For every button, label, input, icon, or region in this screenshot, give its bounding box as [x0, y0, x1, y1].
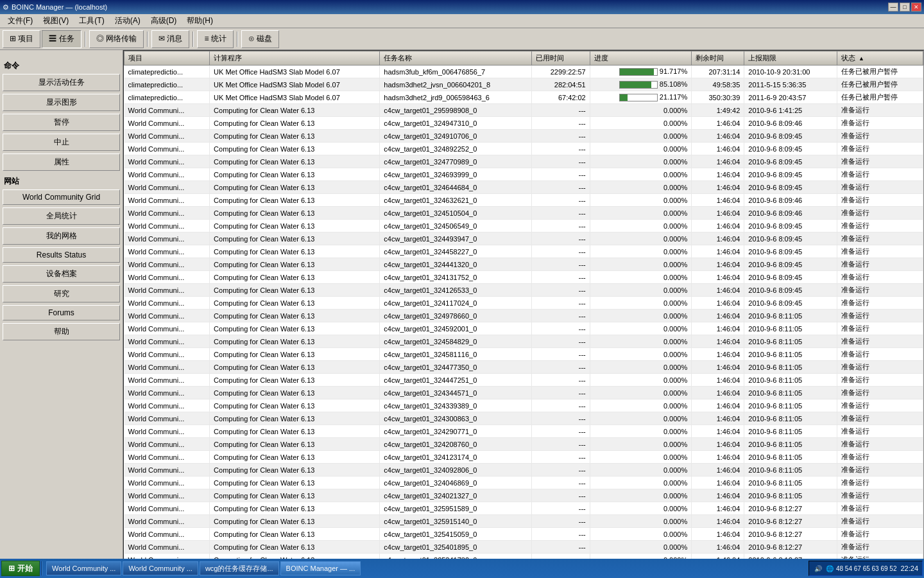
table-row[interactable]: World Communi... Computing for Clean Wat… [124, 451, 923, 464]
col-elapsed[interactable]: 已用时间 [532, 51, 590, 66]
menu-activity[interactable]: 活动(A) [110, 14, 146, 28]
cell-task: c4cw_target01_324290771_0 [380, 425, 532, 438]
table-row[interactable]: World Communi... Computing for Clean Wat… [124, 194, 923, 207]
cell-remaining: 1:46:04 [692, 515, 744, 528]
taskbar-item-1[interactable]: World Community ... [123, 561, 198, 575]
cell-task: c4cw_target01_324592001_0 [380, 322, 532, 335]
table-row[interactable]: World Communi... Computing for Clean Wat… [124, 374, 923, 387]
table-row[interactable]: World Communi... Computing for Clean Wat… [124, 412, 923, 425]
taskbar-item-0[interactable]: World Community ... [46, 561, 121, 575]
abort-button[interactable]: 中止 [3, 134, 120, 151]
cell-program: Computing for Clean Water 6.13 [210, 451, 380, 464]
minimize-button[interactable]: — [888, 3, 898, 12]
table-row[interactable]: World Communi... Computing for Clean Wat… [124, 104, 923, 117]
col-status[interactable]: 状态 ▲ [837, 51, 923, 66]
tab-tasks[interactable]: ☰ 任务 [42, 30, 81, 48]
cell-progress: 0.000% [590, 464, 691, 477]
cell-project: World Communi... [124, 284, 210, 297]
menu-tools[interactable]: 工具(T) [74, 14, 109, 28]
table-row[interactable]: World Communi... Computing for Clean Wat… [124, 271, 923, 284]
col-task[interactable]: 任务名称 [380, 51, 532, 66]
task-table-container[interactable]: 项目 计算程序 任务名称 已用时间 进度 剩余时间 上报期限 状态 ▲ clim… [123, 50, 924, 560]
tab-stats[interactable]: ≡ 统计 [197, 30, 233, 48]
tab-disk[interactable]: ⊙ 磁盘 [241, 30, 279, 48]
global-stats-button[interactable]: 全局统计 [3, 207, 120, 225]
menu-help[interactable]: 帮助(H) [182, 14, 218, 28]
table-row[interactable]: World Communi... Computing for Clean Wat… [124, 541, 923, 554]
table-row[interactable]: climatepredictio... UK Met Office HadSM3… [124, 66, 923, 78]
tab-projects[interactable]: ⊞ 项目 [3, 30, 40, 48]
show-graphics-button[interactable]: 显示图形 [3, 94, 120, 111]
col-remaining[interactable]: 剩余时间 [692, 51, 744, 66]
tab-messages[interactable]: ✉ 消息 [151, 30, 189, 48]
pause-button[interactable]: 暂停 [3, 114, 120, 131]
show-active-tasks-button[interactable]: 显示活动任务 [3, 74, 120, 91]
research-button[interactable]: 研究 [3, 285, 120, 302]
table-row[interactable]: World Communi... Computing for Clean Wat… [124, 168, 923, 181]
table-row[interactable]: World Communi... Computing for Clean Wat… [124, 515, 923, 528]
table-row[interactable]: World Communi... Computing for Clean Wat… [124, 438, 923, 451]
table-row[interactable]: World Communi... Computing for Clean Wat… [124, 464, 923, 477]
table-row[interactable]: World Communi... Computing for Clean Wat… [124, 258, 923, 271]
taskbar-item-2[interactable]: wcg的任务缓存存储... [200, 561, 279, 575]
table-row[interactable]: World Communi... Computing for Clean Wat… [124, 155, 923, 168]
cell-elapsed: --- [532, 207, 590, 220]
table-row[interactable]: World Communi... Computing for Clean Wat… [124, 130, 923, 143]
col-project[interactable]: 项目 [124, 51, 210, 66]
menu-view[interactable]: 视图(V) [38, 14, 74, 28]
table-row[interactable]: World Communi... Computing for Clean Wat… [124, 143, 923, 155]
my-grid-button[interactable]: 我的网格 [3, 227, 120, 245]
table-row[interactable]: World Communi... Computing for Clean Wat… [124, 284, 923, 297]
table-row[interactable]: World Communi... Computing for Clean Wat… [124, 117, 923, 130]
table-row[interactable]: World Communi... Computing for Clean Wat… [124, 399, 923, 412]
world-community-grid-button[interactable]: World Community Grid [3, 189, 120, 205]
table-row[interactable]: World Communi... Computing for Clean Wat… [124, 425, 923, 438]
table-row[interactable]: World Communi... Computing for Clean Wat… [124, 361, 923, 374]
results-status-button[interactable]: Results Status [3, 247, 120, 263]
table-row[interactable]: World Communi... Computing for Clean Wat… [124, 297, 923, 310]
col-progress[interactable]: 进度 [590, 51, 691, 66]
table-row[interactable]: World Communi... Computing for Clean Wat… [124, 232, 923, 245]
cell-remaining: 1:46:04 [692, 284, 744, 297]
cell-progress: 0.000% [590, 374, 691, 387]
table-row[interactable]: World Communi... Computing for Clean Wat… [124, 245, 923, 258]
table-row[interactable]: World Communi... Computing for Clean Wat… [124, 477, 923, 489]
maximize-button[interactable]: □ [900, 3, 910, 12]
cell-program: Computing for Clean Water 6.13 [210, 232, 380, 245]
table-row[interactable]: climatepredictio... UK Met Office HadSM3… [124, 91, 923, 104]
menu-advanced[interactable]: 高级(D) [146, 14, 182, 28]
tab-transfers[interactable]: ◎ 网络传输 [89, 30, 144, 48]
table-row[interactable]: World Communi... Computing for Clean Wat… [124, 502, 923, 515]
cell-remaining: 1:46:04 [692, 348, 744, 361]
title-bar-controls[interactable]: — □ ✕ [888, 3, 921, 12]
menu-bar: 文件(F) 视图(V) 工具(T) 活动(A) 高级(D) 帮助(H) [0, 14, 924, 28]
col-program[interactable]: 计算程序 [210, 51, 380, 66]
cell-remaining: 1:46:04 [692, 489, 744, 502]
cell-project: World Communi... [124, 335, 210, 348]
window-title: BOINC Manager — (localhost) [12, 3, 107, 11]
close-button[interactable]: ✕ [911, 3, 921, 12]
table-row[interactable]: World Communi... Computing for Clean Wat… [124, 335, 923, 348]
cell-deadline: 2010-9-6 8:09:45 [744, 271, 837, 284]
device-profile-button[interactable]: 设备档案 [3, 265, 120, 283]
menu-file[interactable]: 文件(F) [3, 14, 38, 28]
table-row[interactable]: World Communi... Computing for Clean Wat… [124, 387, 923, 399]
table-row[interactable]: World Communi... Computing for Clean Wat… [124, 528, 923, 541]
table-row[interactable]: World Communi... Computing for Clean Wat… [124, 310, 923, 322]
table-row[interactable]: World Communi... Computing for Clean Wat… [124, 207, 923, 220]
cell-progress: 0.000% [590, 528, 691, 541]
table-row[interactable]: World Communi... Computing for Clean Wat… [124, 220, 923, 232]
cell-deadline: 2010-9-6 8:09:46 [744, 117, 837, 130]
properties-button[interactable]: 属性 [3, 153, 120, 171]
table-row[interactable]: climatepredictio... UK Met Office HadSM3… [124, 78, 923, 91]
help-button[interactable]: 帮助 [3, 323, 120, 340]
col-deadline[interactable]: 上报期限 [744, 51, 837, 66]
forums-button[interactable]: Forums [3, 305, 120, 320]
taskbar-item-3[interactable]: BOINC Manager — ... [280, 561, 361, 575]
table-row[interactable]: World Communi... Computing for Clean Wat… [124, 348, 923, 361]
table-row[interactable]: World Communi... Computing for Clean Wat… [124, 489, 923, 502]
start-button[interactable]: ⊞ 开始 [1, 561, 40, 576]
cell-remaining: 1:46:04 [692, 399, 744, 412]
table-row[interactable]: World Communi... Computing for Clean Wat… [124, 322, 923, 335]
table-row[interactable]: World Communi... Computing for Clean Wat… [124, 181, 923, 194]
